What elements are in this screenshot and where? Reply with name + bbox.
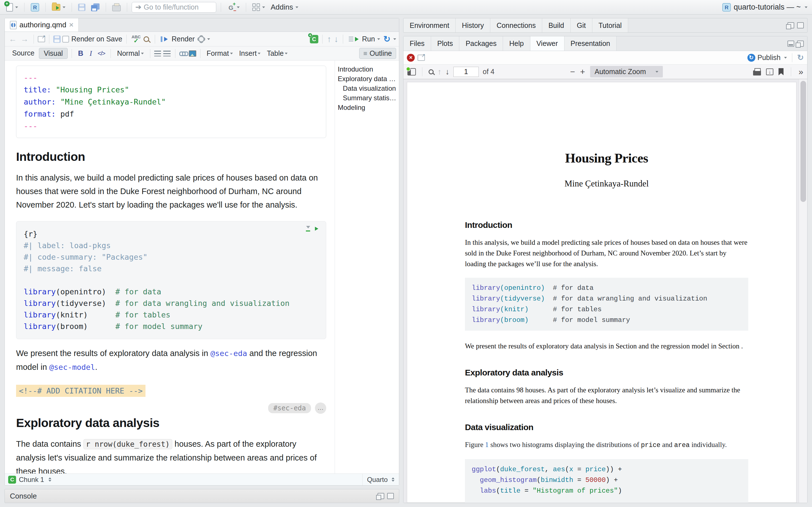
viewer-refresh-icon[interactable]: ↻ (797, 53, 804, 62)
pdf-prev-page-icon[interactable]: ↑ (438, 67, 442, 76)
tab-viewer[interactable]: Viewer (530, 36, 564, 51)
maximize-pane-icon[interactable] (797, 41, 804, 47)
rerun-caret-icon (393, 38, 396, 41)
section-options-button[interactable]: … (315, 402, 326, 414)
pdf-page-input[interactable] (453, 67, 479, 77)
tab-tutorial[interactable]: Tutorial (592, 18, 628, 33)
code-chunk-load-pkgs[interactable]: {r} #| label: load-pkgs #| code-summary:… (16, 221, 326, 339)
minimize-pane-icon[interactable] (788, 22, 794, 29)
goto-file-input[interactable] (144, 3, 209, 11)
new-file-button[interactable]: + (4, 2, 20, 13)
pdf-more-tools-icon[interactable]: » (799, 67, 803, 76)
outline-item-data-visualization[interactable]: Data visualization (338, 83, 397, 93)
tab-files[interactable]: Files (403, 36, 431, 51)
maximize-pane-icon[interactable] (797, 22, 804, 29)
run-chunks-above-icon[interactable] (306, 226, 310, 231)
divider (246, 3, 246, 12)
tab-build[interactable]: Build (542, 18, 571, 33)
panes-layout-button[interactable] (251, 2, 267, 12)
bold-icon[interactable]: B (76, 49, 86, 58)
tab-help[interactable]: Help (503, 36, 530, 51)
pdf-sidebar-toggle-icon[interactable] (407, 68, 416, 75)
pdf-zoom-caret-icon (656, 71, 658, 74)
new-project-button[interactable]: R (29, 2, 41, 13)
run-previous-icon[interactable]: ↑ (326, 34, 332, 44)
maximize-pane-icon[interactable] (387, 493, 394, 499)
pdf-next-page-icon[interactable]: ↓ (446, 67, 449, 76)
format-menu[interactable]: Format (204, 49, 235, 57)
tab-connections[interactable]: Connections (490, 18, 542, 33)
clear-viewer-icon[interactable]: × (407, 54, 415, 62)
run-button[interactable]: Run (347, 34, 382, 44)
pdf-scrollbar[interactable] (799, 79, 807, 503)
minimize-pane-icon[interactable] (788, 41, 794, 47)
tab-git[interactable]: Git (571, 18, 592, 33)
chunk-indicator[interactable]: C Chunk 1 (5, 476, 55, 484)
tab-environment[interactable]: Environment (403, 18, 456, 33)
pdf-zoom-in-icon[interactable]: + (580, 67, 585, 76)
render-on-save-checkbox[interactable] (62, 36, 69, 43)
save-button[interactable] (77, 3, 87, 12)
save-all-button[interactable] (89, 2, 101, 12)
pdf-scrollbar-thumb[interactable] (801, 81, 806, 202)
popout-icon[interactable] (38, 36, 45, 42)
visual-mode-button[interactable]: Visual (39, 48, 68, 59)
paragraph-style-dropdown[interactable]: Normal (115, 49, 146, 57)
render-icon (161, 36, 162, 42)
print-button[interactable] (110, 2, 122, 12)
pdf-zoom-select[interactable]: Automatic Zoom (590, 66, 663, 77)
render-on-save-toggle[interactable]: Render on Save (62, 35, 122, 43)
divider (221, 3, 221, 12)
outline-item-summary-statistics[interactable]: Summary statis… (338, 93, 397, 103)
addins-button[interactable]: Addins (269, 2, 300, 13)
minimize-pane-icon[interactable] (377, 493, 384, 499)
git-menu-button[interactable]: +G− (225, 2, 241, 13)
pdf-bookmark-icon[interactable] (778, 68, 783, 75)
table-menu[interactable]: Table (264, 49, 290, 57)
tab-packages[interactable]: Packages (459, 36, 503, 51)
citation-comment[interactable]: <!--# ADD CITATION HERE --> (16, 385, 146, 397)
tab-history[interactable]: History (456, 18, 490, 33)
find-replace-icon[interactable] (144, 36, 149, 42)
run-next-icon[interactable]: ↓ (334, 34, 339, 44)
outline-item-modeling[interactable]: Modeling (338, 103, 397, 112)
insert-menu[interactable]: Insert (237, 49, 263, 57)
project-selector[interactable]: R quarto-tutorials — ~ (722, 3, 808, 11)
publish-button[interactable]: ↻ Publish (748, 54, 787, 62)
rerun-icon[interactable]: ↻ (384, 34, 391, 44)
tab-plots[interactable]: Plots (431, 36, 460, 51)
pdf-zoom-out-icon[interactable]: − (570, 67, 575, 76)
outline-item-introduction[interactable]: Introduction (338, 64, 397, 74)
doc-mode-selector[interactable]: Quarto (362, 474, 399, 485)
outline-item-eda[interactable]: Exploratory data … (338, 74, 397, 83)
italic-icon[interactable]: I (87, 49, 94, 58)
back-icon[interactable]: ← (8, 35, 18, 44)
tab-authoring-qmd[interactable]: authoring.qmd × (5, 18, 79, 32)
goto-file-search[interactable]: ➔ (132, 2, 216, 13)
insert-chunk-button[interactable]: +C (310, 35, 318, 43)
render-button[interactable]: Render (159, 34, 197, 44)
numbered-list-icon[interactable] (163, 51, 170, 56)
code-format-icon[interactable]: </> (96, 50, 107, 57)
save-doc-icon[interactable] (53, 36, 61, 43)
link-icon[interactable] (179, 51, 187, 56)
open-file-button[interactable] (50, 3, 67, 12)
viewer-popout-icon[interactable] (417, 55, 425, 61)
forward-icon[interactable]: → (19, 35, 30, 44)
tab-close-icon[interactable]: × (69, 20, 73, 29)
console-pane-header[interactable]: Console (4, 489, 399, 503)
outline-toggle-button[interactable]: ≡ Outline (359, 48, 396, 59)
tab-presentation[interactable]: Presentation (564, 36, 617, 51)
visual-editor[interactable]: --- title: "Housing Prices" author: "Min… (5, 61, 335, 473)
yaml-metadata-block[interactable]: --- title: "Housing Prices" author: "Min… (16, 66, 326, 138)
render-settings-icon[interactable] (198, 36, 204, 42)
pdf-download-icon[interactable]: ↓ (766, 68, 773, 75)
pdf-print-icon[interactable] (753, 70, 761, 75)
spellcheck-icon[interactable]: ABC✓ (131, 35, 142, 43)
pdf-search-icon[interactable] (428, 69, 434, 74)
bullet-list-icon[interactable] (154, 51, 161, 56)
run-chunk-icon[interactable] (315, 227, 320, 231)
image-icon[interactable] (189, 50, 196, 57)
source-mode-button[interactable]: Source (8, 48, 39, 59)
pdf-viewer[interactable]: Housing Prices Mine Çetinkaya-Rundel Int… (403, 79, 807, 503)
